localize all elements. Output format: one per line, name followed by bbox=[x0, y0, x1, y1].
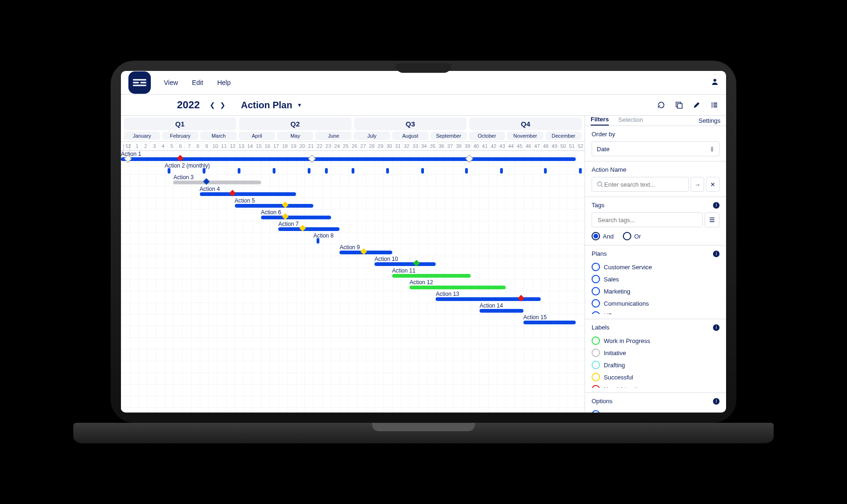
recurring-marker[interactable] bbox=[273, 168, 275, 174]
week-cell[interactable]: 10 bbox=[211, 142, 219, 150]
gantt-row[interactable]: Action 10 bbox=[121, 256, 585, 267]
week-cell[interactable]: 47 bbox=[532, 142, 541, 150]
user-icon[interactable] bbox=[711, 78, 719, 87]
quarter-cell[interactable]: Q2 bbox=[239, 118, 352, 130]
recurring-marker[interactable] bbox=[500, 168, 503, 174]
gantt-bar[interactable] bbox=[278, 227, 339, 231]
week-cell[interactable]: 46 bbox=[524, 142, 533, 150]
tags-and-radio[interactable]: And bbox=[592, 232, 614, 240]
week-cell[interactable]: 3 bbox=[150, 142, 159, 150]
gantt-row[interactable]: Action 2 (monthly) bbox=[121, 162, 585, 174]
week-cell[interactable]: 21 bbox=[306, 142, 315, 150]
week-cell[interactable]: 1 bbox=[133, 142, 141, 150]
quarter-cell[interactable]: Q1 bbox=[124, 118, 236, 130]
week-cell[interactable]: 48 bbox=[541, 142, 550, 150]
week-cell[interactable]: 22 bbox=[315, 142, 324, 150]
gantt-bar[interactable] bbox=[121, 157, 576, 161]
week-cell[interactable]: 13 bbox=[237, 142, 246, 150]
month-cell[interactable]: February bbox=[162, 132, 198, 140]
gantt-row[interactable]: Action 8 bbox=[121, 232, 585, 244]
gantt-row[interactable]: Action 11 bbox=[121, 267, 585, 279]
menu-help[interactable]: Help bbox=[217, 79, 231, 86]
week-cell[interactable]: 6 bbox=[176, 142, 185, 150]
info-icon[interactable]: i bbox=[713, 398, 720, 405]
filter-option[interactable]: Strategy bbox=[592, 408, 718, 413]
tags-list-button[interactable] bbox=[705, 212, 720, 227]
search-clear-button[interactable]: ✕ bbox=[706, 177, 720, 192]
recurring-marker[interactable] bbox=[352, 168, 354, 174]
gantt-bar[interactable] bbox=[235, 204, 314, 208]
week-cell[interactable]: 18 bbox=[280, 142, 289, 150]
menu-view[interactable]: View bbox=[164, 79, 178, 86]
week-cell[interactable]: 35 bbox=[428, 142, 437, 150]
filter-option[interactable]: Work in Progress bbox=[592, 335, 718, 347]
week-cell[interactable]: 7 bbox=[184, 142, 193, 150]
gantt-bar[interactable] bbox=[392, 274, 471, 278]
year-prev-button[interactable]: ❮ bbox=[207, 101, 218, 109]
week-cell[interactable]: 45 bbox=[515, 142, 524, 150]
gantt-bar[interactable] bbox=[200, 192, 296, 196]
week-cell[interactable]: 29 bbox=[376, 142, 385, 150]
recurring-marker[interactable] bbox=[325, 168, 328, 174]
info-icon[interactable]: i bbox=[713, 324, 720, 331]
week-cell[interactable]: 25 bbox=[341, 142, 350, 150]
week-cell[interactable]: 20 bbox=[298, 142, 307, 150]
tab-settings[interactable]: Settings bbox=[699, 117, 720, 124]
drag-handle-icon[interactable]: ⋮⋮ bbox=[121, 143, 133, 150]
quarter-cell[interactable]: Q4 bbox=[469, 118, 582, 130]
gantt-row[interactable]: Action 5 bbox=[121, 197, 585, 209]
edit-pencil-icon[interactable] bbox=[692, 101, 701, 109]
gantt-row[interactable]: Action 4 bbox=[121, 186, 585, 197]
week-cell[interactable]: 30 bbox=[385, 142, 394, 150]
filter-option[interactable]: Initiative bbox=[592, 347, 718, 359]
gantt-bar[interactable] bbox=[173, 181, 261, 184]
menu-edit[interactable]: Edit bbox=[192, 79, 203, 86]
gantt-row[interactable]: Action 7 bbox=[121, 221, 585, 232]
week-cell[interactable]: 5 bbox=[167, 142, 176, 150]
filter-option[interactable]: Drafting bbox=[592, 359, 718, 371]
recurring-marker[interactable] bbox=[203, 168, 205, 174]
gantt-row[interactable]: Action 14 bbox=[121, 302, 585, 314]
gantt-bar[interactable] bbox=[436, 297, 541, 301]
week-cell[interactable]: 8 bbox=[193, 142, 202, 150]
month-cell[interactable]: August bbox=[392, 132, 429, 140]
week-cell[interactable]: 36 bbox=[437, 142, 446, 150]
gantt-row[interactable]: Action 6 bbox=[121, 209, 585, 221]
week-cell[interactable]: 52 bbox=[576, 142, 585, 150]
month-cell[interactable]: June bbox=[315, 132, 352, 140]
plan-dropdown[interactable]: Action Plan ▼ bbox=[241, 100, 302, 111]
filter-option[interactable]: HR bbox=[592, 309, 718, 314]
refresh-icon[interactable] bbox=[657, 101, 665, 109]
year-next-button[interactable]: ❯ bbox=[218, 101, 228, 109]
tags-or-radio[interactable]: Or bbox=[623, 232, 641, 240]
info-icon[interactable]: i bbox=[713, 251, 720, 257]
gantt-bar[interactable] bbox=[374, 262, 436, 266]
recurring-marker[interactable] bbox=[465, 168, 468, 174]
filter-option[interactable]: Communications bbox=[592, 297, 718, 309]
week-cell[interactable]: 32 bbox=[402, 142, 411, 150]
filter-option[interactable]: Need Attention bbox=[592, 383, 718, 388]
week-cell[interactable]: 50 bbox=[558, 142, 567, 150]
gantt-row[interactable]: Action 15 bbox=[121, 314, 585, 326]
week-cell[interactable]: 43 bbox=[498, 142, 507, 150]
week-cell[interactable]: 39 bbox=[463, 142, 472, 150]
week-cell[interactable]: 17 bbox=[272, 142, 281, 150]
gantt-bar[interactable] bbox=[409, 286, 506, 289]
week-cell[interactable]: 41 bbox=[480, 142, 489, 150]
week-cell[interactable]: 38 bbox=[454, 142, 463, 150]
week-cell[interactable]: 2 bbox=[141, 142, 150, 150]
month-cell[interactable]: October bbox=[469, 132, 505, 140]
gantt-row[interactable]: Action 1 bbox=[121, 151, 585, 162]
recurring-marker[interactable] bbox=[421, 168, 424, 174]
month-cell[interactable]: July bbox=[353, 132, 390, 140]
week-cell[interactable]: 23 bbox=[324, 142, 332, 150]
week-cell[interactable]: 19 bbox=[289, 142, 298, 150]
filter-option[interactable]: Marketing bbox=[592, 285, 718, 297]
week-cell[interactable]: 31 bbox=[393, 142, 402, 150]
gantt-chart[interactable]: Q1Q2Q3Q4 JanuaryFebruaryMarchAprilMayJun… bbox=[121, 116, 585, 413]
search-go-button[interactable]: → bbox=[691, 177, 704, 192]
week-cell[interactable]: 12 bbox=[228, 142, 237, 150]
gantt-row[interactable]: Action 13 bbox=[121, 291, 585, 302]
week-cell[interactable]: 4 bbox=[159, 142, 168, 150]
tab-selection[interactable]: Selection bbox=[618, 116, 643, 125]
